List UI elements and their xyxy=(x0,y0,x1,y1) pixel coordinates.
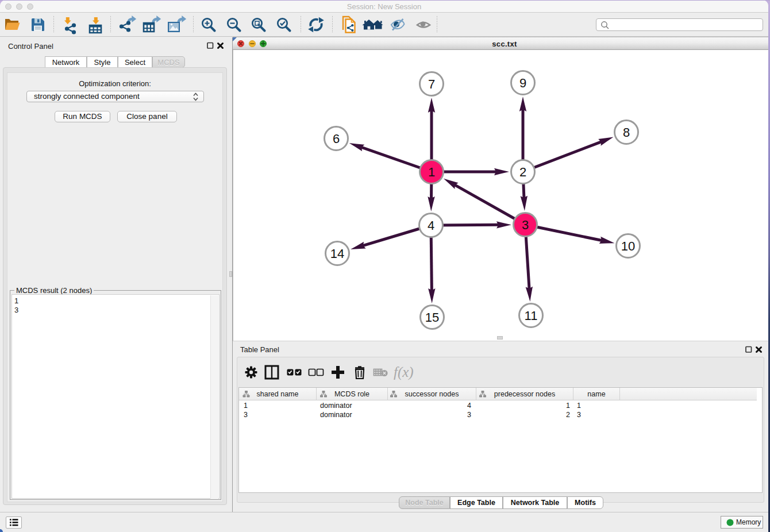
svg-text:15: 15 xyxy=(425,310,439,325)
svg-text:2: 2 xyxy=(519,165,526,179)
svg-text:6: 6 xyxy=(333,132,340,146)
svg-text:f(x): f(x) xyxy=(394,364,414,380)
svg-text:10: 10 xyxy=(621,239,635,253)
svg-text:14: 14 xyxy=(330,246,344,261)
svg-text:7: 7 xyxy=(428,77,435,91)
svg-text:3: 3 xyxy=(522,218,529,232)
svg-text:8: 8 xyxy=(623,125,630,140)
svg-text:11: 11 xyxy=(525,309,538,323)
svg-text:1: 1 xyxy=(428,165,435,179)
svg-text:9: 9 xyxy=(519,76,526,90)
svg-text:4: 4 xyxy=(428,218,434,233)
